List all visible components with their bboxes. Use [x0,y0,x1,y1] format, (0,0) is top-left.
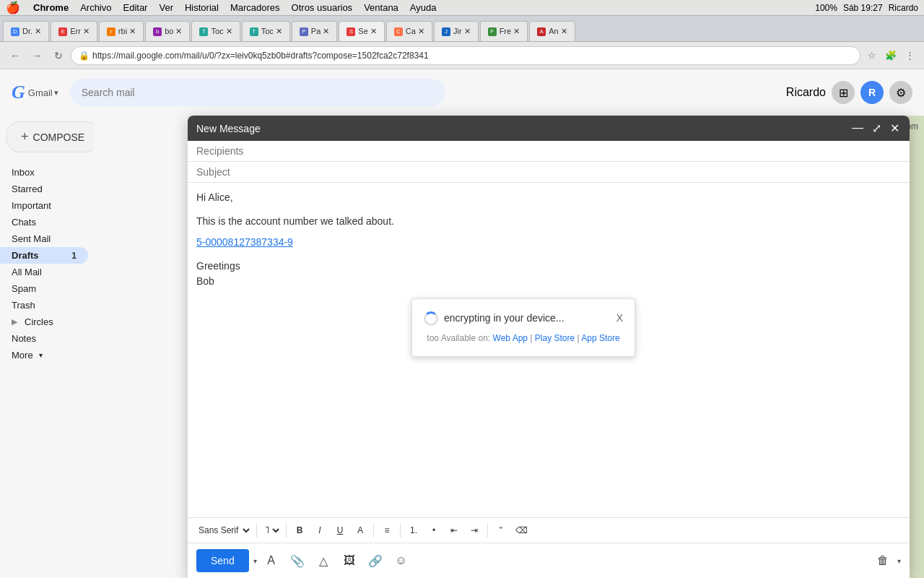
compose-button[interactable]: + COMPOSE [6,121,94,152]
underline-button[interactable]: U [331,521,349,540]
blockquote-button[interactable]: " [492,521,510,540]
sidebar-item-sent[interactable]: Sent Mail [0,230,88,247]
recipients-field[interactable] [188,141,910,162]
sidebar-item-allmail[interactable]: All Mail [0,264,88,280]
menu-icon[interactable]: ⋮ [901,47,918,64]
body-line-greeting: Hi Alice, [196,190,901,205]
italic-button[interactable]: I [310,521,329,540]
encryption-appstore-link[interactable]: App Store [581,333,619,343]
compose-body[interactable]: Hi Alice, This is the account number we … [188,183,910,517]
back-button[interactable]: ← [6,46,25,65]
font-family-select[interactable]: Sans Serif [193,521,253,540]
mac-menubar: 🍎 Chrome Archivo Editar Ver Historial Ma… [0,0,924,16]
tab-toc2[interactable]: T Toc ✕ [242,21,290,41]
format-text-button[interactable]: A [260,549,283,572]
ayuda-menu[interactable]: Ayuda [410,2,437,13]
otros-usuarios-menu[interactable]: Otros usuarios [292,2,353,13]
compose-title: New Message [196,123,850,134]
compose-close-button[interactable]: ✕ [889,121,901,135]
sidebar-item-starred[interactable]: Starred [0,181,88,197]
tab-dr[interactable]: D Dr. ✕ [3,21,49,41]
archivo-menu[interactable]: Archivo [80,2,111,13]
compose-header[interactable]: New Message — ⤢ ✕ [188,116,910,141]
remove-format-button[interactable]: ⌫ [512,521,531,540]
tab-an[interactable]: A An ✕ [529,21,575,41]
sidebar-item-circles[interactable]: ▶ Circles [0,314,88,330]
sidebar-item-important[interactable]: Important [0,197,88,214]
tab-toc1[interactable]: T Toc ✕ [191,21,240,41]
sidebar-item-inbox[interactable]: Inbox [0,164,88,181]
header-right: Ricardo ⊞ R ⚙ [786,81,912,104]
compose-minimize-button[interactable]: — [850,121,865,135]
emoji-button[interactable]: ☺ [390,549,413,572]
drive-button[interactable]: △ [312,549,335,572]
marcadores-menu[interactable]: Marcadores [230,2,280,13]
more-options-icon[interactable]: ▾ [897,557,901,565]
sidebar-item-spam[interactable]: Spam [0,280,88,297]
user-avatar[interactable]: R [860,81,884,104]
sidebar-item-chats[interactable]: Chats [0,214,88,230]
sidebar-item-drafts[interactable]: Drafts 1 [0,247,88,264]
subject-field[interactable] [188,162,910,183]
bookmarks-icon[interactable]: ☆ [863,47,881,64]
reload-button[interactable]: ↻ [49,46,68,65]
ordered-list-button[interactable]: 1. [404,521,423,540]
sidebar-item-more[interactable]: More ▾ [0,347,88,363]
encryption-webapp-link[interactable]: Web App [493,333,528,343]
editar-menu[interactable]: Editar [123,2,147,13]
font-size-select[interactable]: T [261,521,282,540]
gmail-sidebar: + COMPOSE Inbox Starred Important Chats … [0,116,94,578]
notes-label: Notes [12,333,36,344]
encryption-playstore-link[interactable]: Play Store [535,333,575,343]
extensions-icon[interactable]: 🧩 [882,47,899,64]
body-closing-name: Bob [196,274,901,289]
settings-icon[interactable]: ⚙ [889,81,912,104]
sidebar-item-trash[interactable]: Trash [0,297,88,314]
tab-fre[interactable]: F Fre ✕ [480,21,528,41]
send-button[interactable]: Send [196,549,249,572]
tab-jir[interactable]: J Jir ✕ [434,21,479,41]
recipients-input[interactable] [196,145,901,157]
gmail-dropdown-icon[interactable]: ▾ [54,88,58,98]
apps-icon[interactable]: ⊞ [832,81,855,104]
align-button[interactable]: ≡ [378,521,396,540]
insert-link-button[interactable]: 🔗 [364,549,387,572]
ver-menu[interactable]: Ver [159,2,173,13]
tab-favicon-ca: C [394,27,403,36]
unordered-list-button[interactable]: • [424,521,443,540]
attach-file-button[interactable]: 📎 [286,549,309,572]
encryption-close-button[interactable]: X [616,311,623,326]
body-line-intro: This is the account number we talked abo… [196,214,901,229]
forward-button[interactable]: → [27,46,46,65]
tab-err[interactable]: E Err ✕ [51,21,97,41]
tab-favicon-fre: F [488,27,497,36]
tab-rbi[interactable]: r rbi ✕ [99,21,144,41]
encryption-availability-text: too Available on: [427,333,490,343]
tab-favicon-se: S [346,27,355,36]
apple-menu[interactable]: 🍎 [6,1,20,14]
text-color-button[interactable]: A [351,521,370,540]
delete-button[interactable]: 🗑 [871,549,894,572]
inbox-label: Inbox [12,167,35,178]
indent-less-button[interactable]: ⇤ [445,521,463,540]
ventana-menu[interactable]: Ventana [364,2,398,13]
tab-bo[interactable]: b bo ✕ [145,21,190,41]
send-dropdown-icon[interactable]: ▾ [253,557,257,565]
chrome-menu[interactable]: Chrome [33,2,69,13]
account-link[interactable]: 5-00008127387334-9 [196,236,293,248]
subject-input[interactable] [196,166,901,178]
historial-menu[interactable]: Historial [185,2,219,13]
toolbar-divider-3 [373,523,374,538]
tab-pa[interactable]: P Pa ✕ [292,21,338,41]
encryption-title: encrypting in your device... [444,311,565,326]
insert-photo-button[interactable]: 🖼 [338,549,361,572]
tab-ca[interactable]: C Ca ✕ [386,21,432,41]
gmail-search-input[interactable] [70,79,445,106]
indent-more-button[interactable]: ⇥ [465,521,484,540]
tab-favicon-dr: D [11,27,19,36]
tab-se[interactable]: S Se ✕ [339,21,385,41]
url-bar[interactable]: 🔒 https://mail.google.com/mail/u/0/?zx=l… [71,46,860,65]
compose-maximize-button[interactable]: ⤢ [871,121,883,135]
sidebar-item-notes[interactable]: Notes [0,330,88,347]
bold-button[interactable]: B [290,521,309,540]
